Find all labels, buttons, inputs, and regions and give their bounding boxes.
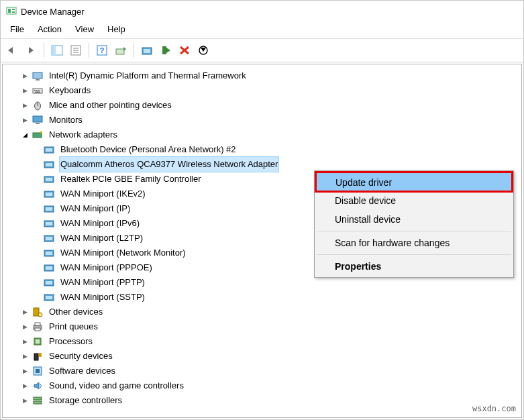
svg-rect-1 [8, 9, 11, 13]
svg-rect-3 [12, 11, 15, 13]
tree-node-processors[interactable]: ▶ Processors [4, 334, 520, 349]
network-card-icon [43, 232, 55, 244]
tree-label: WAN Miniport (IKEv2) [59, 187, 147, 201]
tree-content: ▶ Intel(R) Dynamic Platform and Thermal … [2, 64, 522, 418]
chevron-right-icon[interactable]: ▶ [20, 352, 30, 361]
tree-label: Other devices [48, 305, 104, 319]
enable-button[interactable] [157, 42, 174, 59]
svg-rect-31 [46, 148, 52, 152]
back-button[interactable] [3, 42, 21, 59]
chevron-right-icon[interactable]: ▶ [20, 115, 30, 125]
properties-button[interactable] [67, 42, 85, 59]
tree-label: WAN Miniport (PPPOE) [59, 260, 154, 275]
monitor-icon [32, 114, 44, 126]
chevron-right-icon[interactable]: ▶ [20, 337, 30, 346]
chevron-right-icon[interactable]: ▶ [20, 396, 30, 405]
tree-node-mice[interactable]: ▶ Mice and other pointing devices [4, 98, 520, 113]
tree-label: WAN Miniport (IPv6) [59, 216, 141, 231]
network-card-icon [43, 276, 55, 288]
chevron-right-icon[interactable]: ▶ [20, 86, 30, 95]
tree-node-keyboards[interactable]: ▶ Keyboards [4, 83, 520, 98]
help-button[interactable]: ? [93, 42, 111, 59]
tree-node-adapter[interactable]: Bluetooth Device (Personal Area Network)… [4, 142, 520, 157]
toolbar-separator [134, 43, 134, 58]
uninstall-button[interactable] [176, 42, 193, 59]
chevron-right-icon[interactable]: ▶ [20, 307, 30, 317]
menu-file[interactable]: File [3, 22, 31, 38]
network-card-icon [43, 158, 55, 170]
svg-rect-28 [33, 133, 42, 138]
svg-rect-33 [46, 163, 52, 166]
printer-icon [32, 321, 44, 333]
network-card-icon [43, 262, 55, 274]
tree-node-adapter[interactable]: WAN Miniport (SSTP) [4, 290, 520, 305]
security-icon [32, 350, 44, 362]
svg-rect-12 [116, 49, 124, 54]
sound-icon [32, 380, 44, 392]
forward-button[interactable] [22, 42, 40, 59]
context-uninstall-device[interactable]: Uninstall device [316, 210, 512, 229]
platform-icon [32, 70, 44, 82]
svg-rect-22 [38, 90, 40, 91]
device-manager-icon [6, 6, 17, 17]
tree-label: WAN Miniport (IP) [59, 201, 132, 216]
chevron-down-icon[interactable]: ◢ [20, 130, 30, 140]
chevron-right-icon[interactable]: ▶ [20, 381, 30, 390]
tree-node-network-adapters[interactable]: ◢ Network adapters [4, 127, 520, 142]
svg-rect-43 [46, 237, 52, 240]
tree-label: WAN Miniport (Network Monitor) [59, 246, 187, 260]
keyboard-icon [32, 85, 44, 97]
toolbar-separator [44, 43, 44, 58]
tree-node-monitors[interactable]: ▶ Monitors [4, 113, 520, 127]
context-properties[interactable]: Properties [316, 257, 512, 276]
menu-action[interactable]: Action [31, 22, 68, 38]
storage-icon [32, 395, 44, 407]
svg-rect-39 [46, 207, 52, 211]
context-separator [317, 231, 511, 231]
svg-rect-58 [36, 339, 40, 344]
context-update-driver[interactable]: Update driver [315, 171, 513, 193]
scan-button[interactable] [112, 42, 129, 59]
svg-rect-23 [35, 92, 40, 93]
tree-node-platform[interactable]: ▶ Intel(R) Dynamic Platform and Thermal … [4, 68, 520, 83]
mouse-icon [32, 99, 44, 111]
tree-node-software-devices[interactable]: ▶ Software devices [4, 364, 520, 378]
svg-point-53 [38, 313, 42, 317]
svg-rect-60 [39, 353, 42, 357]
chevron-right-icon[interactable]: ▶ [20, 366, 30, 376]
svg-rect-49 [46, 281, 52, 284]
tree-node-storage[interactable]: ▶ Storage controllers [4, 393, 520, 408]
network-card-icon [43, 203, 55, 215]
network-card-icon [43, 173, 55, 185]
chevron-right-icon[interactable]: ▶ [20, 322, 30, 331]
tree-node-other-devices[interactable]: ▶ Other devices [4, 305, 520, 319]
svg-rect-63 [34, 397, 42, 400]
tree-node-adapter-selected[interactable]: Qualcomm Atheros QCA9377 Wireless Networ… [4, 157, 520, 172]
disable-button[interactable] [195, 42, 212, 59]
context-disable-device[interactable]: Disable device [316, 191, 512, 210]
network-adapter-icon [32, 129, 44, 141]
tree-label: Security devices [48, 349, 114, 364]
update-driver-button[interactable] [138, 42, 156, 59]
tree-label: Monitors [48, 113, 84, 127]
tree-label: WAN Miniport (L2TP) [59, 231, 144, 246]
chevron-right-icon[interactable]: ▶ [20, 101, 30, 110]
menu-help[interactable]: Help [101, 22, 132, 38]
menu-view[interactable]: View [68, 22, 101, 38]
title-bar: Device Manager [1, 1, 523, 22]
svg-rect-20 [34, 90, 36, 91]
chevron-right-icon[interactable]: ▶ [20, 71, 30, 81]
toolbar-separator [89, 43, 89, 58]
tree-label: Realtek PCIe GBE Family Controller [59, 172, 203, 187]
tree-node-sound[interactable]: ▶ Sound, video and game controllers [4, 378, 520, 393]
svg-rect-18 [36, 79, 40, 81]
toolbar: ? [1, 38, 523, 62]
tree-node-security-devices[interactable]: ▶ Security devices [4, 349, 520, 364]
context-scan-hardware[interactable]: Scan for hardware changes [316, 233, 512, 252]
svg-rect-14 [144, 49, 150, 53]
network-card-icon [43, 247, 55, 259]
tree-node-print-queues[interactable]: ▶ Print queues [4, 319, 520, 334]
tree-label: Network adapters [48, 127, 119, 142]
show-hide-tree-button[interactable] [48, 42, 66, 59]
watermark: wsxdn.com [472, 404, 516, 413]
